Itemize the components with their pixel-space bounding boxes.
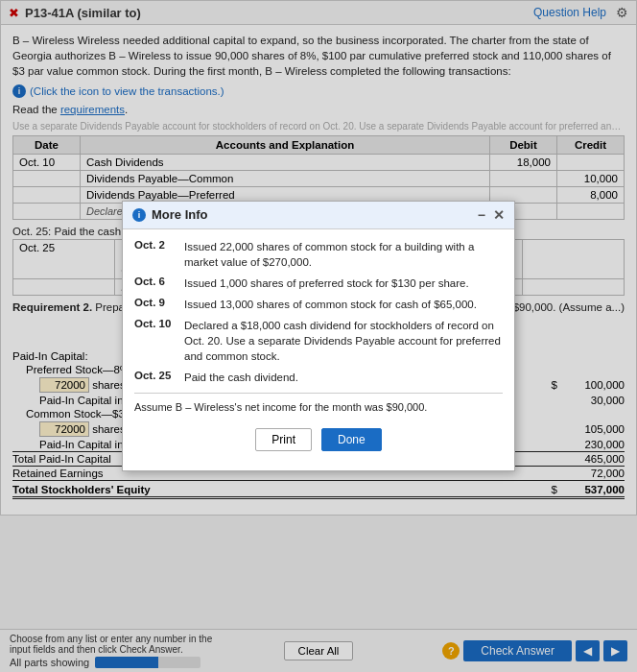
print-button[interactable]: Print [255,428,312,451]
modal-date-oct9: Oct. 9 [134,297,177,312]
modal-minimize-button[interactable]: − [478,207,485,223]
modal-desc-oct6: Issued 1,000 shares of preferred stock f… [184,276,469,291]
modal-row-oct9: Oct. 9 Issued 13,000 shares of common st… [134,297,503,312]
modal-row-oct2: Oct. 2 Issued 22,000 shares of common st… [134,239,503,270]
modal-date-oct2: Oct. 2 [134,239,177,270]
modal-date-oct10: Oct. 10 [134,318,177,364]
modal-info-icon: i [132,208,146,222]
more-info-modal: i More Info − ✕ Oct. 2 Issued 22,000 sha… [122,201,515,472]
modal-desc-oct25: Paid the cash dividend. [184,370,298,385]
modal-desc-oct9: Issued 13,000 shares of common stock for… [184,297,477,312]
modal-desc-oct2: Issued 22,000 shares of common stock for… [184,239,503,270]
modal-body: Oct. 2 Issued 22,000 shares of common st… [123,229,514,471]
modal-date-oct25: Oct. 25 [134,370,177,385]
modal-close-button[interactable]: ✕ [493,207,505,223]
modal-desc-oct10: Declared a $18,000 cash dividend for sto… [184,318,503,364]
modal-overlay: i More Info − ✕ Oct. 2 Issued 22,000 sha… [0,0,637,672]
modal-note: Assume B – Wireless's net income for the… [134,401,503,413]
modal-header: i More Info − ✕ [123,202,514,229]
modal-row-oct10: Oct. 10 Declared a $18,000 cash dividend… [134,318,503,364]
modal-divider [134,393,503,394]
modal-footer: Print Done [134,422,503,461]
modal-row-oct6: Oct. 6 Issued 1,000 shares of preferred … [134,276,503,291]
done-button[interactable]: Done [321,428,382,451]
modal-row-oct25: Oct. 25 Paid the cash dividend. [134,370,503,385]
modal-title: More Info [152,207,208,222]
modal-date-oct6: Oct. 6 [134,276,177,291]
